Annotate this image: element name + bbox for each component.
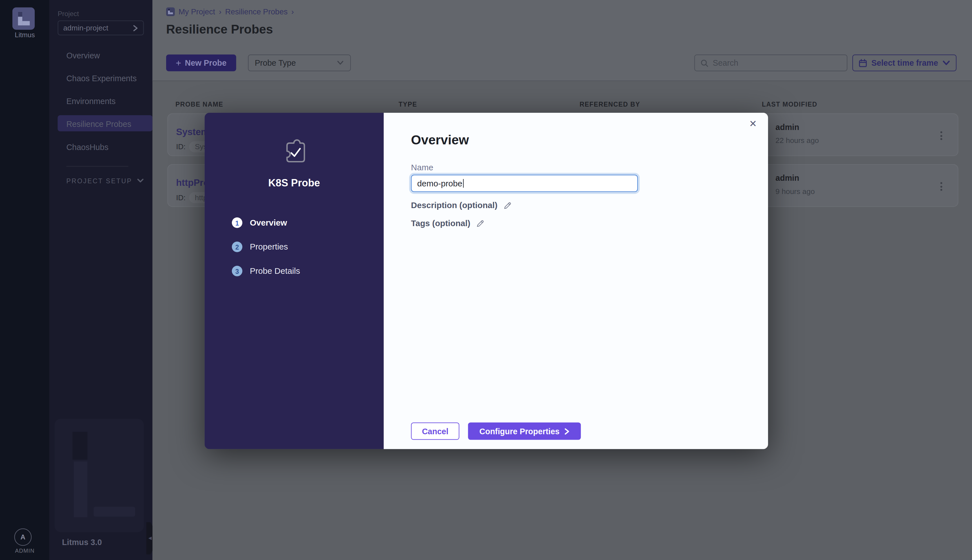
probe-id-label: ID:	[176, 193, 186, 202]
modal-step-title: Overview	[411, 133, 469, 147]
user-avatar[interactable]: A	[14, 528, 32, 546]
modified-time: 22 hours ago	[775, 136, 819, 145]
search-field[interactable]	[694, 54, 847, 71]
sidebar-section-project-setup[interactable]: PROJECT SETUP	[66, 177, 144, 184]
modal-body: ✕ Overview Name demo-probe Description (…	[383, 113, 768, 449]
text-caret	[463, 179, 464, 188]
name-input[interactable]: demo-probe	[411, 175, 638, 192]
search-input[interactable]	[713, 58, 841, 68]
chevron-down-icon	[137, 178, 144, 183]
project-selector[interactable]: admin-project	[58, 20, 143, 35]
probe-type-filter[interactable]: Probe Type	[248, 54, 351, 71]
project-selector-value: admin-project	[63, 23, 133, 32]
sidebar-item-chaos-experiments[interactable]: Chaos Experiments	[66, 73, 137, 83]
breadcrumb-my-project[interactable]: My Project	[178, 7, 215, 16]
name-input-value: demo-probe	[417, 179, 462, 188]
modified-time: 9 hours ago	[775, 187, 815, 196]
edit-pencil-icon	[476, 219, 484, 228]
probe-name-link[interactable]: System	[176, 126, 209, 137]
app-root: Litmus A ADMIN Project admin-project Ove…	[0, 0, 972, 560]
probe-puzzle-check-icon	[282, 139, 307, 165]
wizard-step-overview[interactable]: 1 Overview	[232, 217, 287, 228]
step-number: 3	[232, 266, 242, 276]
litmus-logo-label: Litmus	[0, 31, 50, 38]
sidebar-divider	[66, 166, 128, 167]
close-icon[interactable]: ✕	[749, 119, 757, 128]
sidebar-item-chaoshubs[interactable]: ChaosHubs	[66, 142, 108, 152]
chevron-right-icon	[564, 428, 570, 435]
probe-name-link[interactable]: httpPro	[176, 177, 209, 188]
row-menu-icon[interactable]	[937, 180, 945, 193]
modal-probe-type-title: K8S Probe	[205, 177, 383, 189]
user-avatar-label: ADMIN	[0, 548, 50, 554]
sidebar-item-resilience-probes[interactable]: Resilience Probes	[66, 120, 131, 129]
modal-left-panel: K8S Probe 1 Overview 2 Properties 3 Prob…	[205, 113, 383, 449]
page-title: Resilience Probes	[166, 22, 273, 37]
configure-properties-button[interactable]: Configure Properties	[468, 422, 581, 440]
modified-by: admin	[775, 123, 799, 132]
step-number: 2	[232, 242, 242, 252]
project-label: Project	[58, 10, 79, 17]
calendar-icon	[858, 58, 867, 67]
litmus-logo-icon[interactable]	[12, 7, 35, 30]
version-label: Litmus 3.0	[62, 538, 102, 547]
column-header-last-modified: LAST MODIFIED	[762, 100, 817, 108]
column-header-probe-name: PROBE NAME	[175, 100, 223, 108]
breadcrumb-separator: ›	[292, 7, 294, 16]
column-header-referenced-by: REFERENCED BY	[580, 100, 640, 108]
modified-by: admin	[775, 173, 799, 183]
new-probe-button[interactable]: + New Probe	[166, 54, 236, 71]
chevron-down-icon	[337, 60, 344, 66]
description-toggle[interactable]: Description (optional)	[411, 201, 511, 210]
step-number: 1	[232, 217, 242, 228]
breadcrumb-separator: ›	[219, 7, 222, 16]
select-time-frame-button[interactable]: Select time frame	[852, 54, 957, 71]
tags-toggle[interactable]: Tags (optional)	[411, 219, 484, 228]
row-menu-icon[interactable]	[937, 129, 945, 142]
breadcrumb-logo-icon	[166, 7, 175, 16]
plus-icon: +	[176, 58, 181, 68]
icon-rail: Litmus A ADMIN	[0, 0, 50, 560]
chevron-down-icon	[942, 60, 950, 66]
name-field-label: Name	[411, 163, 433, 172]
edit-pencil-icon	[503, 201, 511, 210]
breadcrumb: My Project › Resilience Probes ›	[166, 7, 294, 16]
chevron-right-icon	[133, 25, 138, 31]
breadcrumb-resilience-probes[interactable]: Resilience Probes	[225, 7, 287, 16]
cancel-button[interactable]: Cancel	[411, 422, 459, 440]
probe-id-label: ID:	[176, 142, 186, 151]
create-probe-modal: K8S Probe 1 Overview 2 Properties 3 Prob…	[205, 113, 768, 449]
sidebar-item-overview[interactable]: Overview	[66, 51, 100, 60]
search-icon	[700, 58, 708, 67]
sidebar-illustration	[55, 419, 143, 532]
wizard-step-probe-details[interactable]: 3 Probe Details	[232, 266, 300, 276]
wizard-step-properties[interactable]: 2 Properties	[232, 242, 288, 252]
sidebar-nav: Project admin-project Overview Chaos Exp…	[50, 0, 153, 560]
sidebar-item-environments[interactable]: Environments	[66, 97, 116, 106]
column-header-type: TYPE	[398, 100, 417, 108]
